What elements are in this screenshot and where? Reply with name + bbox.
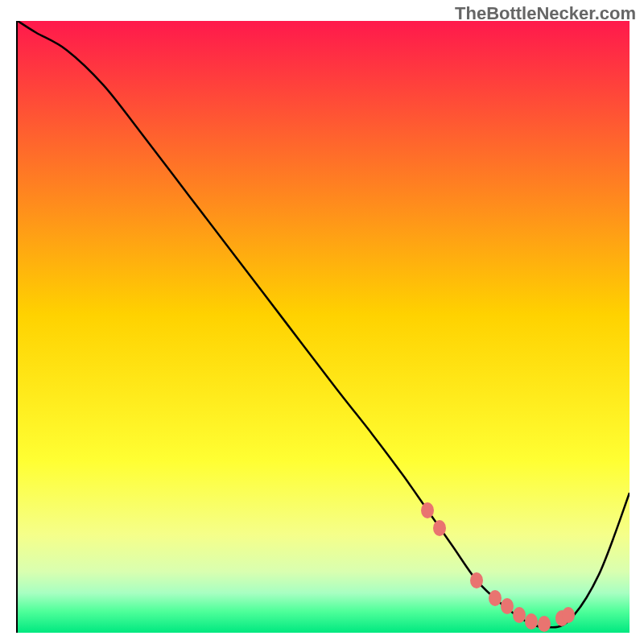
- attribution-text: TheBottleNecker.com: [455, 3, 636, 24]
- background-gradient: [18, 21, 630, 633]
- svg-rect-0: [18, 21, 630, 633]
- plot-area: [16, 21, 628, 633]
- chart-container: TheBottleNecker.com: [0, 0, 644, 644]
